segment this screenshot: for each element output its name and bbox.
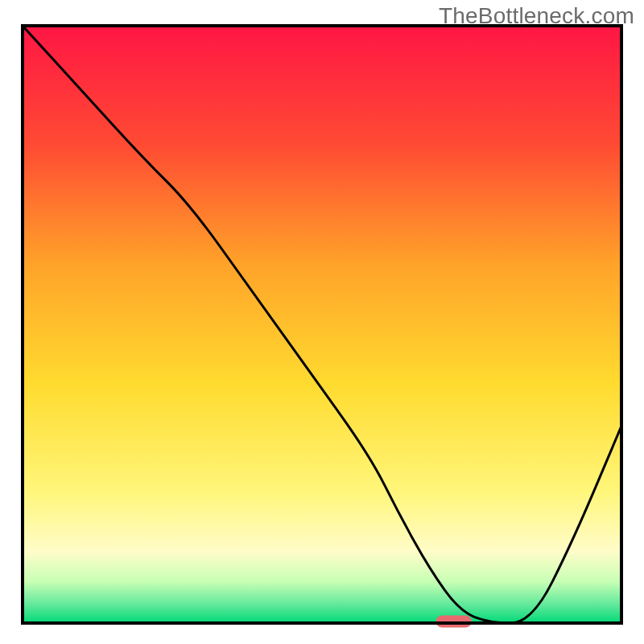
- chart-canvas: TheBottleneck.com: [0, 0, 644, 644]
- gradient-background: [23, 26, 621, 623]
- chart-svg: [0, 0, 644, 644]
